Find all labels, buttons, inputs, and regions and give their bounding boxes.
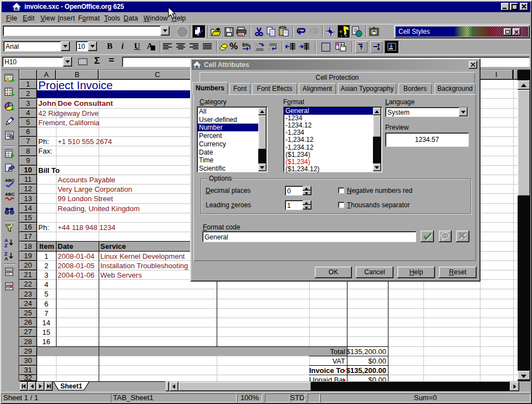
svg-text:.000: .000: [255, 47, 264, 52]
svg-text:0: 0: [268, 47, 271, 52]
svg-text:ABC: ABC: [5, 192, 15, 197]
svg-text:$%: $%: [242, 42, 249, 48]
svg-text:A: A: [4, 256, 8, 262]
svg-text:0: 0: [255, 42, 258, 47]
svg-text:Z: Z: [4, 243, 8, 248]
svg-text:ABC: ABC: [5, 178, 15, 183]
svg-text:.000: .000: [268, 42, 277, 47]
